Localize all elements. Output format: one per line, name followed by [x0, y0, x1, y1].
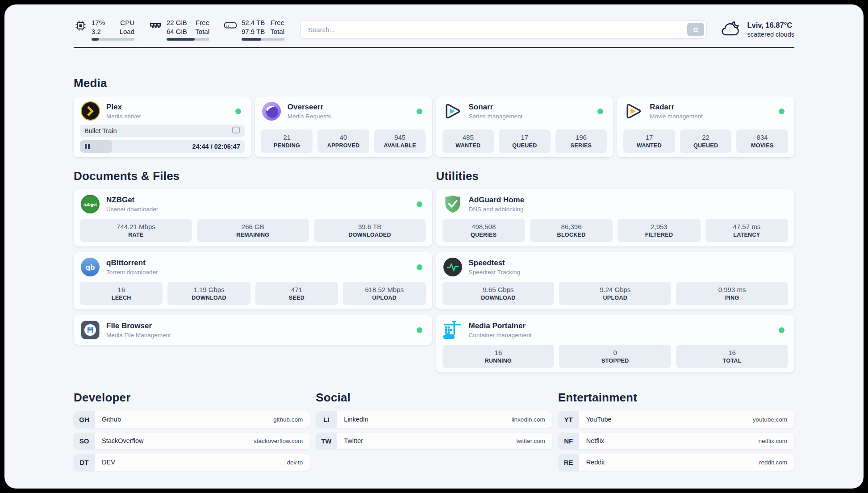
search-engine-button[interactable]: G: [687, 23, 704, 36]
app-description: Speedtest Tracking: [469, 269, 521, 276]
app-description: Usenet downloader: [106, 206, 158, 213]
link-dev[interactable]: DT DEV dev.to: [74, 454, 310, 471]
storage-widget: 52.4 TB 97.9 TB Free Total: [224, 18, 284, 41]
ram-total-value: 64 GiB: [167, 27, 187, 36]
app-name: Overseerr: [288, 103, 331, 112]
stat-download: 1.19 Gbps DOWNLOAD: [167, 282, 250, 305]
system-widgets: 17% 3.2 CPU Load: [74, 18, 284, 41]
weather-condition: scattered clouds: [747, 31, 794, 38]
stat-movies: 834 MOVIES: [736, 130, 788, 153]
link-badge: GH: [74, 411, 95, 428]
app-card-adguard[interactable]: AdGuard Home DNS and adblocking 498,508 …: [436, 189, 795, 246]
radarr-icon: [623, 101, 644, 121]
app-description: DNS and adblocking: [469, 206, 525, 213]
link-twitter[interactable]: TW Twitter twitter.com: [316, 433, 552, 449]
link-youtube[interactable]: YT YouTube youtube.com: [558, 411, 794, 428]
cpu-load-label: Load: [120, 27, 134, 36]
disk-total-value: 97.9 TB: [242, 27, 265, 36]
ram-free-label: Free: [195, 18, 209, 27]
header: 17% 3.2 CPU Load: [74, 4, 794, 41]
app-description: Media Requests: [288, 113, 331, 120]
stat-seed: 471 SEED: [255, 282, 338, 305]
link-stackoverflow[interactable]: SO StackOverflow stackoverflow.com: [74, 433, 310, 449]
cpu-label: CPU: [120, 18, 134, 27]
app-description: Media server: [106, 113, 141, 120]
overseerr-icon: [261, 101, 282, 121]
link-github[interactable]: GH Github github.com: [74, 411, 310, 428]
link-badge: YT: [558, 411, 579, 428]
link-linkedin[interactable]: LI LinkedIn linkedin.com: [316, 411, 552, 428]
stat-upload: 9.24 Gbps UPLOAD: [559, 282, 671, 305]
app-name: qBittorrent: [106, 259, 158, 267]
status-online-dot: [597, 109, 603, 114]
now-playing-title: Bullet Train: [84, 127, 117, 134]
ram-free-value: 22 GiB: [167, 18, 187, 27]
search-input[interactable]: [307, 25, 687, 34]
utilities-column: Utilities: [436, 169, 795, 372]
qbittorrent-icon: qb: [80, 257, 100, 277]
cpu-load-value: 3.2: [92, 27, 105, 36]
status-online-dot: [417, 201, 422, 207]
app-card-qbittorrent[interactable]: qb qBittorrent Torrent downloader 16: [74, 252, 432, 309]
cpu-widget: 17% 3.2 CPU Load: [74, 18, 134, 41]
app-description: Series management: [469, 113, 523, 120]
app-name: AdGuard Home: [469, 196, 525, 205]
app-card-overseerr[interactable]: Overseerr Media Requests 21 PENDING 40 A…: [255, 96, 432, 157]
section-title-documents: Documents & Files: [74, 169, 432, 183]
app-description: Torrent downloader: [106, 269, 158, 276]
disk-total-label: Total: [270, 27, 284, 36]
app-card-plex[interactable]: Plex Media server Bullet Train: [74, 96, 251, 157]
app-name: Speedtest: [469, 259, 521, 267]
link-badge: RE: [558, 454, 579, 471]
link-netflix[interactable]: NF Netflix netflix.com: [558, 433, 794, 449]
stat-upload: 618.52 Mbps UPLOAD: [343, 282, 426, 305]
cloud-moon-icon: [720, 20, 741, 39]
status-online-dot: [417, 264, 422, 270]
cpu-icon: [74, 20, 87, 32]
app-card-speedtest[interactable]: Speedtest Speedtest Tracking 9.65 Gbps D…: [436, 252, 795, 309]
app-card-sonarr[interactable]: Sonarr Series management 485 WANTED 17 Q…: [436, 96, 613, 157]
search-bar: G: [300, 20, 707, 39]
stat-latency: 47.57 ms LATENCY: [705, 219, 788, 242]
stat-wanted: 17 WANTED: [623, 130, 675, 153]
section-title-developer: Developer: [74, 390, 310, 405]
stat-leech: 16 LEECH: [80, 282, 163, 305]
stat-running: 16 RUNNING: [442, 345, 555, 368]
stat-ping: 0.993 ms PING: [676, 282, 788, 305]
stat-stopped: 0 STOPPED: [559, 345, 671, 368]
link-reddit[interactable]: RE Reddit reddit.com: [558, 454, 794, 471]
cpu-percent: 17%: [92, 18, 105, 27]
weather-location-temp: Lviv, 16.87°C: [747, 21, 794, 29]
nzbget-icon: nzbget: [80, 194, 100, 214]
app-card-nzbget[interactable]: nzbget NZBGet Usenet downloader 744.: [74, 189, 432, 246]
stat-downloaded: 39.6 TB DOWNLOADED: [314, 219, 426, 242]
filebrowser-icon: [80, 320, 100, 340]
pause-button[interactable]: [85, 144, 90, 149]
ram-icon: [149, 20, 162, 31]
app-name: Radarr: [650, 103, 703, 112]
speedtest-icon: [442, 257, 463, 277]
adguard-icon: [442, 194, 463, 214]
section-title-media: Media: [74, 76, 794, 90]
stat-remaining: 266 GB REMAINING: [197, 219, 309, 242]
entertainment-links: Entertainment YT YouTube youtube.com NF …: [558, 390, 794, 471]
documents-column: Documents & Files nzbget: [74, 169, 432, 372]
stat-rate: 744.21 Mbps RATE: [80, 219, 192, 242]
stat-approved: 40 APPROVED: [317, 130, 369, 153]
disk-free-value: 52.4 TB: [242, 18, 265, 27]
media-cards-row: Plex Media server Bullet Train: [74, 96, 794, 157]
dashboard-page: 17% 3.2 CPU Load: [4, 4, 864, 489]
disk-progress-bar: [242, 38, 284, 41]
stat-filtered: 2,953 FILTERED: [618, 219, 700, 242]
social-links: Social LI LinkedIn linkedin.com TW Twitt…: [316, 390, 552, 471]
stat-pending: 21 PENDING: [261, 130, 313, 153]
ram-progress-bar: [167, 38, 209, 41]
app-card-radarr[interactable]: Radarr Movie management 17 WANTED 22 QUE…: [617, 96, 794, 157]
status-online-dot: [779, 327, 785, 333]
status-online-dot: [417, 109, 422, 114]
stat-available: 945 AVAILABLE: [374, 130, 426, 153]
svg-text:nzbget: nzbget: [83, 202, 97, 206]
app-card-filebrowser[interactable]: File Browser Media File Management: [74, 315, 432, 345]
ram-total-label: Total: [195, 27, 209, 36]
app-card-portainer[interactable]: Media Portainer Container management 16 …: [436, 315, 795, 372]
